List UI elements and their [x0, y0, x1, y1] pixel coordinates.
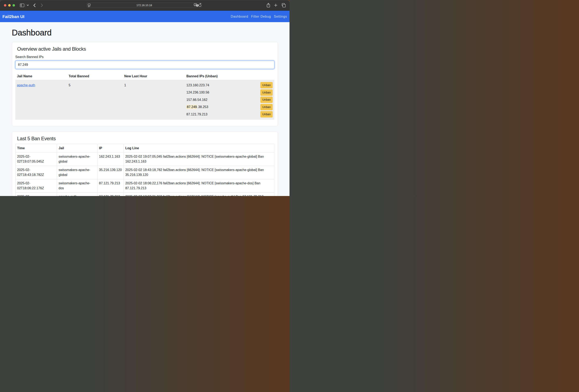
svg-text:文: 文 [196, 4, 198, 6]
svg-text:A: A [195, 3, 196, 5]
